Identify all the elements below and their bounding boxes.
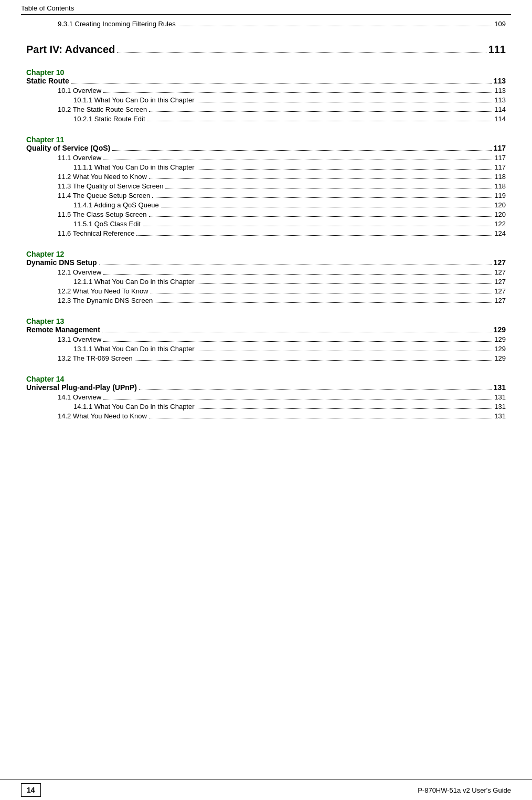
page-number-box: 14 [21,783,41,797]
toc-item-9-3-1: 9.3.1 Creating Incoming Filtering Rules … [26,20,506,28]
chapter-14-title-line: Universal Plug-and-Play (UPnP) 131 [26,383,506,392]
toc-14-1-1: 14.1.1 What You Can Do in this Chapter 1… [26,403,506,410]
dots [102,332,492,332]
toc-12-2: 12.2 What You Need To Know 127 [26,287,506,295]
toc-12-1: 12.1 Overview 127 [26,268,506,276]
toc-12-1-1: 12.1.1 What You Can Do in this Chapter 1… [26,278,506,286]
part4-label: Part IV: Advanced [26,44,115,56]
toc-10-2: 10.2 The Static Route Screen 114 [26,106,506,113]
top-bar: Table of Contents [21,0,511,15]
toc-11-3: 11.3 The Quality of Service Screen 118 [26,182,506,190]
page-9-3-1: 109 [494,20,506,28]
chapter-11-label: Chapter 11 [26,135,506,144]
dots [178,26,493,26]
toc-11-2: 11.2 What You Need to Know 118 [26,173,506,181]
toc-11-6: 11.6 Technical Reference 124 [26,229,506,237]
chapter-12-label: Chapter 12 [26,250,506,258]
dots [117,52,486,53]
chapter-10-title-line: Static Route 113 [26,77,506,85]
chapter-11-title-line: Quality of Service (QoS) 117 [26,144,506,152]
chapter-12-page: 127 [494,258,506,267]
toc-13-2: 13.2 The TR-069 Screen 129 [26,354,506,362]
toc-13-1: 13.1 Overview 129 [26,335,506,343]
part4-heading: Part IV: Advanced 111 [26,44,506,56]
toc-11-5-1: 11.5.1 QoS Class Edit 122 [26,220,506,228]
toc-10-1: 10.1 Overview 113 [26,87,506,94]
guide-title: P-870HW-51a v2 User's Guide [418,786,511,794]
part4-page: 111 [488,44,506,56]
toc-11-4: 11.4 The Queue Setup Screen 119 [26,192,506,199]
dots [112,150,491,151]
chapter-13-title-line: Remote Management 129 [26,325,506,334]
chapter-10-block: Chapter 10 Static Route 113 10.1 Overvie… [26,68,506,123]
chapter-10-label: Chapter 10 [26,68,506,77]
toc-11-4-1: 11.4.1 Adding a QoS Queue 120 [26,201,506,209]
toc-11-5: 11.5 The Class Setup Screen 120 [26,210,506,218]
toc-label-9-3-1: 9.3.1 Creating Incoming Filtering Rules [58,20,176,28]
page-container: Table of Contents 9.3.1 Creating Incomin… [0,0,532,454]
page-number: 14 [27,786,35,794]
chapter-10-title: Static Route [26,77,69,85]
toc-title: Table of Contents [21,4,74,12]
toc-14-2: 14.2 What You Need to Know 131 [26,412,506,420]
chapter-13-page: 129 [494,325,506,334]
toc-13-1-1: 13.1.1 What You Can Do in this Chapter 1… [26,345,506,353]
chapter-10-page: 113 [494,77,506,85]
toc-12-3: 12.3 The Dynamic DNS Screen 127 [26,297,506,304]
toc-10-2-1: 10.2.1 Static Route Edit 114 [26,115,506,123]
chapter-13-block: Chapter 13 Remote Management 129 13.1 Ov… [26,317,506,362]
dots [139,390,492,390]
toc-14-1: 14.1 Overview 131 [26,393,506,401]
chapter-12-title-line: Dynamic DNS Setup 127 [26,258,506,267]
dots [99,265,492,265]
chapter-14-block: Chapter 14 Universal Plug-and-Play (UPnP… [26,375,506,420]
chapter-11-block: Chapter 11 Quality of Service (QoS) 117 … [26,135,506,237]
chapter-14-page: 131 [494,383,506,392]
chapter-12-block: Chapter 12 Dynamic DNS Setup 127 12.1 Ov… [26,250,506,304]
toc-11-1: 11.1 Overview 117 [26,154,506,162]
toc-content: 9.3.1 Creating Incoming Filtering Rules … [21,20,511,420]
bottom-bar: 14 P-870HW-51a v2 User's Guide [0,780,532,800]
chapter-11-title: Quality of Service (QoS) [26,144,110,152]
chapter-12-title: Dynamic DNS Setup [26,258,97,267]
toc-11-1-1: 11.1.1 What You Can Do in this Chapter 1… [26,163,506,171]
chapter-14-title: Universal Plug-and-Play (UPnP) [26,383,137,392]
chapter-11-page: 117 [494,144,506,152]
chapter-13-label: Chapter 13 [26,317,506,325]
dots [71,83,492,83]
chapter-13-title: Remote Management [26,325,100,334]
toc-10-1-1: 10.1.1 What You Can Do in this Chapter 1… [26,96,506,104]
chapter-14-label: Chapter 14 [26,375,506,383]
